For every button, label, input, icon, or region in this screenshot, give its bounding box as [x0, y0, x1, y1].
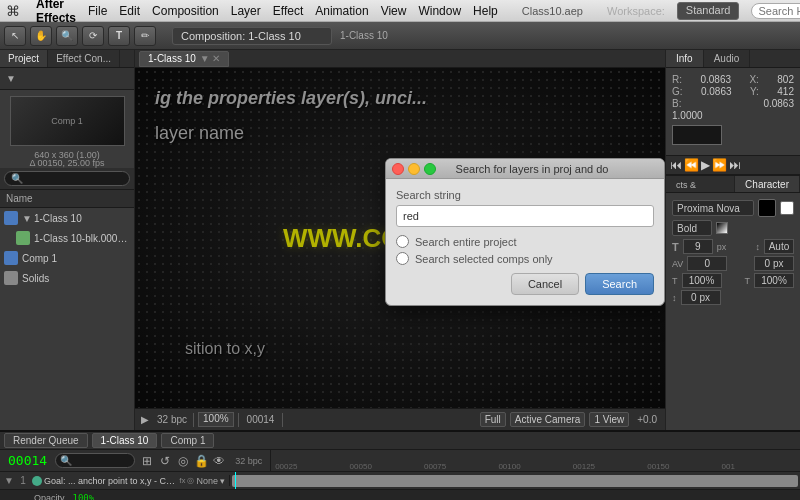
comp-selector[interactable]: Composition: 1-Class 10 — [172, 27, 332, 45]
app-name: After Effects — [36, 0, 76, 25]
tl-layer-1-parent: ◎ — [187, 476, 194, 485]
font-size-input[interactable] — [683, 239, 713, 254]
dialog-title: Search for layers in proj and do — [406, 163, 658, 175]
tab-audio[interactable]: Audio — [704, 50, 751, 67]
text-bg-color-box[interactable] — [780, 201, 794, 215]
tl-opacity-val: 100% — [73, 493, 95, 501]
prev-play-btn[interactable]: ▶ — [701, 158, 710, 172]
comp-breadcrumb: 1-Class 10 — [340, 30, 388, 41]
tab-effect-controls[interactable]: Effect Con... — [48, 50, 120, 67]
name-label: Name — [6, 193, 33, 204]
tool-btn-pen[interactable]: ✏ — [134, 26, 156, 46]
project-item-footage[interactable]: 1-Class 10-blk.0002.p — [0, 228, 134, 248]
project-item-class10[interactable]: ▼ 1-Class 10 — [0, 208, 134, 228]
tab-info[interactable]: Info — [666, 50, 704, 67]
center-area: 1-Class 10 ▼ ✕ ig the properties layer(s… — [135, 50, 665, 430]
ruler-tick-6: 00150 — [647, 462, 721, 471]
leading-input[interactable] — [764, 239, 794, 254]
project-item-solids[interactable]: Solids — [0, 268, 134, 288]
scale-v-input[interactable] — [754, 273, 794, 288]
footage-icon — [16, 231, 30, 245]
dialog-cancel-button[interactable]: Cancel — [511, 273, 579, 295]
menu-view[interactable]: View — [381, 4, 407, 18]
dialog-search-input[interactable] — [396, 205, 654, 227]
tl-bpc: 32 bpc — [235, 456, 262, 466]
folder-icon — [4, 271, 18, 285]
tl-search-input[interactable] — [55, 453, 135, 468]
menu-help[interactable]: Help — [473, 4, 498, 18]
project-item-comp1[interactable]: Comp 1 — [0, 248, 134, 268]
tool-btn-text[interactable]: T — [108, 26, 130, 46]
timeline-ruler: 00025 00050 00075 00100 00125 00150 001 — [270, 450, 796, 471]
baseline-input[interactable] — [754, 256, 794, 271]
font-style-selector[interactable]: Bold — [672, 220, 712, 236]
tab-project[interactable]: Project — [0, 50, 48, 67]
tl-layer-1-dropdown[interactable]: ▾ — [220, 476, 225, 486]
prev-end-btn[interactable]: ⏭ — [729, 158, 741, 172]
dialog-close-button[interactable] — [392, 163, 404, 175]
apple-logo: ⌘ — [6, 3, 20, 19]
dialog-search-button[interactable]: Search — [585, 273, 654, 295]
workspace-selector[interactable]: Standard — [677, 2, 740, 20]
shift-input[interactable] — [681, 290, 721, 305]
tl-tab-render[interactable]: Render Queue — [4, 433, 88, 448]
menu-animation[interactable]: Animation — [315, 4, 368, 18]
tl-layer-1-expand[interactable]: ▼ — [4, 475, 14, 486]
prev-prev-btn[interactable]: ⏪ — [684, 158, 699, 172]
tl-current-time[interactable]: 00014 — [4, 453, 51, 468]
menu-edit[interactable]: Edit — [119, 4, 140, 18]
tracking-icon: AV — [672, 259, 683, 269]
panel-tabs: Project Effect Con... — [0, 50, 134, 68]
tl-mode-btn[interactable]: ⊞ — [139, 454, 155, 468]
vp-frame-num: 00014 — [243, 414, 279, 425]
tool-btn-rotate[interactable]: ⟳ — [82, 26, 104, 46]
dialog-radio-selected[interactable] — [396, 252, 409, 265]
vp-views-dropdown[interactable]: 1 View — [589, 412, 629, 427]
tracking-input[interactable] — [687, 256, 727, 271]
timeline-layers: ▼ 1 Goal: ... anchor point to x,y - Chan… — [0, 472, 800, 500]
menu-window[interactable]: Window — [418, 4, 461, 18]
dialog-option2-label: Search selected comps only — [415, 253, 553, 265]
scale-h-input[interactable] — [682, 273, 722, 288]
project-search-input[interactable] — [4, 171, 130, 186]
tool-btn-zoom[interactable]: 🔍 — [56, 26, 78, 46]
font-selector[interactable]: Proxima Nova — [672, 200, 754, 216]
prev-next-btn[interactable]: ⏩ — [712, 158, 727, 172]
ruler-tick-4: 00100 — [498, 462, 572, 471]
a-value: 1.0000 — [672, 110, 703, 121]
vp-bpc[interactable]: 32 bpc — [155, 414, 189, 425]
comp-tab-dropdown[interactable]: ▼ — [200, 53, 210, 64]
menu-layer[interactable]: Layer — [231, 4, 261, 18]
vp-quality-dropdown[interactable]: Full — [480, 412, 506, 427]
comp-tab-main[interactable]: 1-Class 10 ▼ ✕ — [139, 51, 229, 67]
name-column-header: Name — [0, 190, 134, 208]
tl-loop-btn[interactable]: ↺ — [157, 454, 173, 468]
tl-solo-btn[interactable]: ◎ — [175, 454, 191, 468]
menu-composition[interactable]: Composition — [152, 4, 219, 18]
vp-zoom-level[interactable]: 100% — [198, 412, 234, 427]
comp-tab-close[interactable]: ✕ — [212, 53, 220, 64]
g-value: 0.0863 — [701, 86, 732, 97]
tl-lock-btn[interactable]: 🔒 — [193, 454, 209, 468]
tool-btn-select[interactable]: ↖ — [4, 26, 26, 46]
project-thumbnail: Comp 1 — [10, 96, 125, 146]
menu-file[interactable]: File — [88, 4, 107, 18]
vp-play-btn[interactable]: ▶ — [139, 414, 151, 425]
tl-layer-1-none[interactable]: None — [196, 476, 218, 486]
character-section: Proxima Nova Bold T px ↕ AV — [666, 193, 800, 313]
prev-start-btn[interactable]: ⏮ — [670, 158, 682, 172]
tab-character[interactable]: Character — [735, 176, 800, 192]
menu-effect[interactable]: Effect — [273, 4, 303, 18]
info-r-row: R: 0.0863 X: 802 — [672, 74, 794, 85]
tl-layer-1-vis[interactable] — [32, 476, 42, 486]
search-help-input[interactable] — [751, 3, 800, 19]
vp-camera-dropdown[interactable]: Active Camera — [510, 412, 586, 427]
text-color-box[interactable] — [758, 199, 776, 217]
tl-hide-btn[interactable]: 👁 — [211, 454, 227, 468]
dialog-radio-entire[interactable] — [396, 235, 409, 248]
color-picker-icon[interactable] — [716, 222, 728, 234]
tl-tab-comp1[interactable]: Comp 1 — [161, 433, 214, 448]
tl-tab-class10[interactable]: 1-Class 10 — [92, 433, 158, 448]
tool-btn-hand[interactable]: ✋ — [30, 26, 52, 46]
tab-effects-presets[interactable]: cts & Presets — [666, 176, 735, 192]
